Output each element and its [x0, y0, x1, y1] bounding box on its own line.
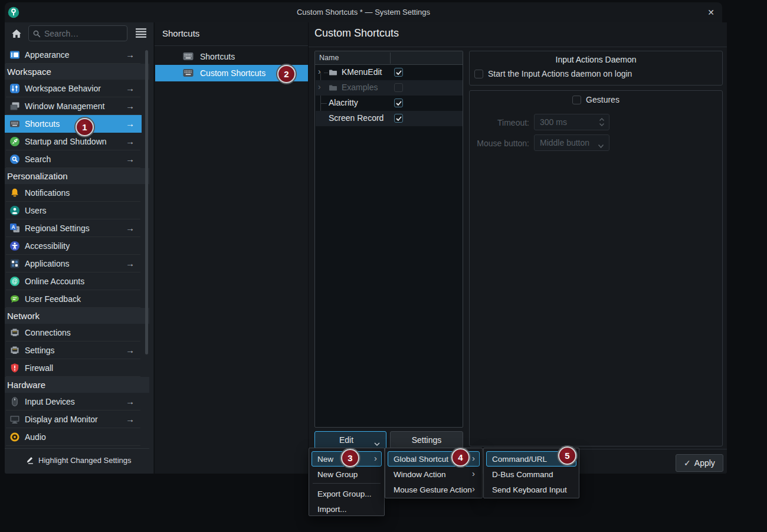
sidebar-item-display-and-monitor[interactable]: Display and Monitor →	[5, 411, 142, 428]
screen-record-checkbox[interactable]	[394, 114, 403, 123]
sidebar-item-window-management[interactable]: Window Management →	[5, 97, 142, 115]
timeout-spinbox[interactable]: 300 ms	[534, 114, 609, 130]
appearance-icon	[9, 50, 20, 60]
menu-item-window-action[interactable]: Window Action ›	[388, 467, 480, 482]
sidebar-item-shortcuts[interactable]: Shortcuts →	[5, 115, 142, 133]
gestures-checkbox-row[interactable]: Gestures	[470, 95, 722, 104]
chevron-down-icon	[374, 439, 380, 448]
chevron-down-icon	[598, 141, 604, 150]
divider	[309, 47, 727, 47]
keyboard-icon	[182, 52, 194, 61]
sidebar-scrollbar[interactable]	[145, 50, 148, 354]
apply-button[interactable]: ✓ Apply	[676, 454, 723, 472]
alacritty-checkbox[interactable]	[394, 98, 403, 107]
menu-item-import[interactable]: Import...	[312, 501, 382, 517]
sidebar-item-applications[interactable]: Applications →	[5, 255, 142, 272]
sidebar-item-input-devices[interactable]: Input Devices →	[5, 393, 142, 411]
gestures-checkbox[interactable]	[572, 96, 581, 104]
keyboard-icon	[9, 119, 20, 129]
sidebar-item-user-feedback[interactable]: User Feedback	[5, 290, 142, 308]
edit-button[interactable]: Edit	[314, 431, 386, 449]
mouse-button-dropdown[interactable]: Middle button	[534, 134, 609, 151]
search-input[interactable]	[44, 27, 124, 40]
window-management-icon	[9, 101, 20, 111]
sidebar-item-audio[interactable]: Audio	[5, 428, 142, 446]
arrow-right-icon: →	[126, 101, 135, 111]
arrow-right-icon: →	[126, 258, 135, 268]
examples-checkbox[interactable]	[394, 83, 403, 92]
close-icon[interactable]: ✕	[704, 6, 717, 19]
folder-icon	[329, 84, 337, 93]
timeout-label: Timeout:	[470, 118, 529, 127]
arrow-right-icon: →	[126, 119, 135, 129]
sidebar-item-workspace-behavior[interactable]: Workspace Behavior →	[5, 80, 142, 97]
sidebar-item-search[interactable]: Search →	[5, 150, 142, 168]
expand-chevron-icon[interactable]: ›	[318, 82, 321, 91]
svg-text:@: @	[12, 278, 18, 284]
arrow-right-icon: →	[126, 50, 135, 60]
sidebar-item-users[interactable]: Users	[5, 202, 142, 219]
menu-item-send-keyboard-input[interactable]: Send Keyboard Input	[486, 482, 576, 497]
sidebar-item-online-accounts[interactable]: @ Online Accounts	[5, 272, 142, 290]
start-daemon-checkbox-row[interactable]: Start the Input Actions daemon on login	[474, 69, 632, 78]
shortcuts-subpanel: Shortcuts Shortcuts Custom Shortcuts	[154, 22, 308, 474]
settings-button[interactable]: Settings	[390, 431, 463, 449]
titlebar[interactable]: Custom Shortcuts * — System Settings ✕	[5, 2, 722, 22]
menu-divider	[313, 483, 381, 484]
sidebar-item-regional-settings[interactable]: A Regional Settings →	[5, 219, 142, 237]
search-box	[28, 25, 127, 41]
sidebar-section-network: Network	[5, 308, 149, 324]
bell-icon	[9, 188, 20, 198]
at-sign-icon: @	[9, 276, 20, 287]
home-icon[interactable]	[11, 28, 22, 40]
menu-item-export-group[interactable]: Export Group...	[312, 486, 382, 501]
tree-row-kmenuedit[interactable]: › KMenuEdit	[316, 65, 463, 80]
sidebar-item-network-settings[interactable]: Settings →	[5, 341, 142, 359]
sidebar-item-notifications[interactable]: Notifications	[5, 184, 142, 202]
spinner-arrows-icon[interactable]	[599, 117, 605, 129]
applications-icon	[9, 258, 20, 269]
gestures-group: Gestures Timeout: 300 ms Mouse button: M…	[469, 90, 723, 446]
column-divider[interactable]	[390, 52, 391, 64]
list-item-shortcuts[interactable]: Shortcuts	[155, 48, 309, 65]
custom-shortcuts-page: Custom Shortcuts Name › KMenuEdit	[308, 22, 727, 474]
system-settings-window: Custom Shortcuts * — System Settings ✕ A…	[5, 2, 722, 474]
group-title: Input Actions Daemon	[470, 55, 722, 64]
step-badge-1: 1	[76, 118, 94, 136]
mouse-icon	[9, 396, 20, 407]
translate-icon: A	[9, 223, 20, 234]
start-daemon-checkbox[interactable]	[474, 70, 483, 78]
window-title: Custom Shortcuts * — System Settings	[5, 8, 722, 17]
sidebar-item-firewall[interactable]: Firewall	[5, 359, 142, 377]
startup-shutdown-icon	[9, 136, 20, 147]
tree-column-header[interactable]: Name	[315, 51, 463, 65]
tree-row-examples[interactable]: › Examples	[316, 80, 463, 96]
submenu-arrow-icon: ›	[472, 484, 475, 494]
tree-row-alacritty[interactable]: Alacritty	[316, 96, 463, 111]
kmenuedit-checkbox[interactable]	[394, 68, 403, 77]
sidebar-item-appearance[interactable]: Appearance →	[5, 46, 142, 64]
menu-item-mouse-gesture-action[interactable]: Mouse Gesture Action ›	[388, 482, 480, 497]
user-icon	[9, 205, 20, 216]
submenu-arrow-icon: ›	[472, 453, 475, 463]
sidebar-section-workspace: Workspace	[5, 64, 149, 80]
menu-item-new-group[interactable]: New Group	[312, 467, 382, 482]
arrow-right-icon: →	[126, 414, 135, 424]
menu-item-dbus-command[interactable]: D-Bus Command	[486, 467, 576, 482]
menu-hamburger-icon[interactable]	[135, 27, 148, 39]
sidebar-section-personalization: Personalization	[5, 168, 149, 184]
subpanel-title: Shortcuts	[162, 28, 199, 38]
monitor-icon	[9, 414, 20, 425]
submenu-arrow-icon: ›	[374, 453, 377, 463]
expand-chevron-icon[interactable]: ›	[318, 67, 321, 76]
sidebar-item-accessibility[interactable]: Accessibility	[5, 237, 142, 255]
arrow-right-icon: →	[126, 345, 135, 355]
sidebar-item-startup-and-shutdown[interactable]: Startup and Shutdown →	[5, 133, 142, 150]
ethernet-icon	[9, 345, 20, 356]
highlight-changed-settings-button[interactable]: Highlight Changed Settings	[5, 451, 149, 469]
step-badge-4: 4	[451, 448, 470, 467]
feedback-bubble-icon	[9, 294, 20, 304]
input-actions-daemon-group: Input Actions Daemon Start the Input Act…	[469, 51, 723, 86]
sidebar-item-connections[interactable]: Connections	[5, 324, 142, 341]
tree-row-screen-record[interactable]: Screen Record	[316, 111, 463, 126]
